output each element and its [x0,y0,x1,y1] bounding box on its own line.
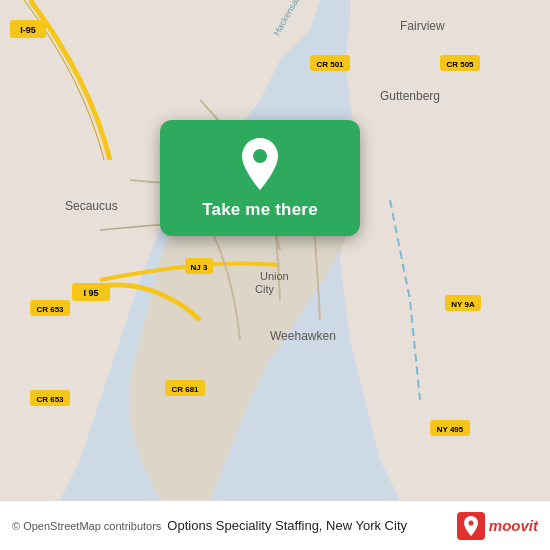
map-background: I-95 I 95 NJ 3 CR 501 CR 505 CR 653 CR 6… [0,0,550,500]
svg-text:Weehawken: Weehawken [270,329,336,343]
svg-text:Guttenberg: Guttenberg [380,89,440,103]
svg-text:CR 501: CR 501 [316,60,344,69]
svg-text:I-95: I-95 [20,25,36,35]
map-attribution: © OpenStreetMap contributors [12,520,161,532]
bottom-bar: © OpenStreetMap contributors Options Spe… [0,500,550,550]
svg-text:Fairview: Fairview [400,19,445,33]
svg-text:CR 505: CR 505 [446,60,474,69]
svg-text:CR 681: CR 681 [171,385,199,394]
moovit-logo: moovit [457,512,538,540]
moovit-brand-text: moovit [489,517,538,534]
svg-text:Union: Union [260,270,289,282]
moovit-logo-icon [457,512,485,540]
svg-text:CR 653: CR 653 [36,305,64,314]
svg-text:NY 9A: NY 9A [451,300,475,309]
svg-text:I 95: I 95 [83,288,98,298]
svg-text:NJ 3: NJ 3 [191,263,208,272]
svg-text:City: City [255,283,274,295]
take-me-there-card[interactable]: Take me there [160,120,360,236]
svg-text:NY 495: NY 495 [437,425,464,434]
map-container: I-95 I 95 NJ 3 CR 501 CR 505 CR 653 CR 6… [0,0,550,500]
location-pin-icon [234,138,286,190]
svg-point-31 [253,149,267,163]
svg-point-33 [468,520,473,525]
place-name: Options Speciality Staffing, New York Ci… [161,518,456,533]
svg-text:Secaucus: Secaucus [65,199,118,213]
svg-text:CR 653: CR 653 [36,395,64,404]
take-me-there-button-label: Take me there [202,200,318,220]
